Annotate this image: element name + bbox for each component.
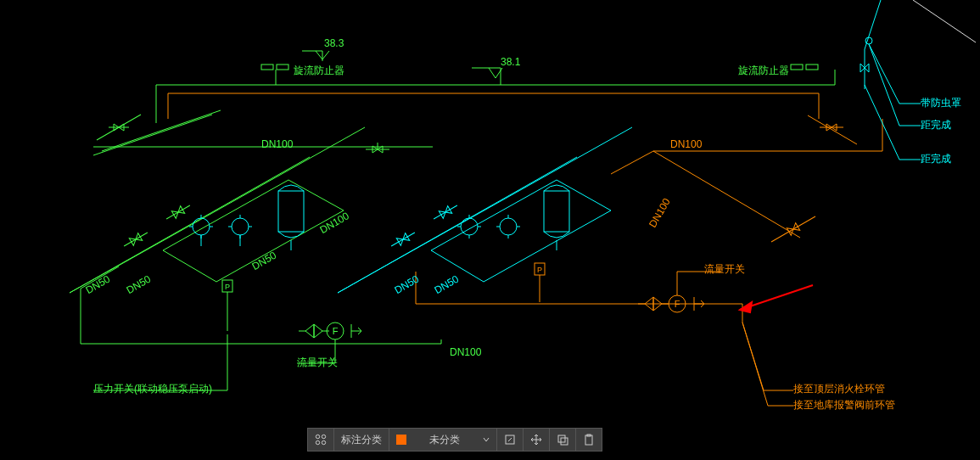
svg-text:P: P xyxy=(225,283,230,291)
toolbar-category-dropdown[interactable]: 未分类 xyxy=(389,429,497,451)
backflow-label-right: 旋流防止器 xyxy=(738,65,789,76)
svg-line-104 xyxy=(913,0,976,42)
dropdown-value: 未分类 xyxy=(429,433,460,447)
svg-rect-63 xyxy=(278,191,304,232)
flow-switch-label-2: 流量开关 xyxy=(704,263,745,275)
edit-icon xyxy=(504,434,516,446)
toolbar-edit-button[interactable] xyxy=(497,429,524,451)
svg-line-98 xyxy=(869,44,899,104)
annotation-toolbar: 标注分类 未分类 xyxy=(307,428,602,452)
svg-rect-116 xyxy=(585,435,592,445)
svg-text:F: F xyxy=(675,299,680,309)
svg-text:P: P xyxy=(537,266,542,274)
grid-icon xyxy=(315,434,327,446)
svg-point-67 xyxy=(193,218,210,235)
svg-marker-16 xyxy=(314,324,322,338)
svg-marker-91 xyxy=(439,206,451,219)
toolbar-copy-button[interactable] xyxy=(550,429,576,451)
svg-rect-65 xyxy=(544,191,569,232)
svg-rect-3 xyxy=(261,65,273,70)
svg-line-32 xyxy=(97,115,141,140)
svg-rect-5 xyxy=(791,65,803,70)
svg-marker-13 xyxy=(129,233,142,246)
dn100-bottom: DN100 xyxy=(450,346,481,358)
svg-rect-6 xyxy=(806,65,818,70)
dn100-a: DN100 xyxy=(261,138,293,150)
svg-marker-89 xyxy=(431,180,611,282)
svg-text:F: F xyxy=(333,326,339,336)
flow-switch-label-1: 流量开关 xyxy=(297,356,338,368)
insect-cover-label: 带防虫罩 xyxy=(921,97,961,109)
callout-top-hydrant: 接至顶层消火栓环管 xyxy=(793,383,885,395)
pressure-switch-label: 压力开关(联动稳压泵启动) xyxy=(93,383,212,395)
svg-line-94 xyxy=(865,0,881,49)
category-swatch xyxy=(396,435,406,445)
svg-rect-4 xyxy=(277,65,288,70)
cad-viewport[interactable]: F P xyxy=(0,0,980,460)
elevation-label-left: 38.3 xyxy=(324,37,344,49)
svg-marker-93 xyxy=(396,233,409,246)
svg-marker-15 xyxy=(305,324,314,338)
toolbar-apps-button[interactable] xyxy=(308,429,334,451)
svg-point-68 xyxy=(232,218,249,235)
svg-point-107 xyxy=(316,435,319,438)
elevation-label-right: 38.1 xyxy=(501,56,520,68)
svg-point-80 xyxy=(500,218,517,235)
svg-rect-114 xyxy=(558,435,565,442)
svg-line-55 xyxy=(742,323,768,406)
toolbar-move-button[interactable] xyxy=(524,429,550,451)
category-label-text: 标注分类 xyxy=(341,433,382,447)
dist-a-label: 距完成 xyxy=(921,119,951,131)
backflow-label-left: 旋流防止器 xyxy=(294,65,344,76)
svg-point-108 xyxy=(322,435,325,438)
svg-line-102 xyxy=(869,44,899,126)
svg-rect-115 xyxy=(561,438,568,445)
svg-point-109 xyxy=(316,440,319,444)
copy-icon xyxy=(557,434,568,446)
svg-point-96 xyxy=(865,37,872,44)
callout-basement-alarm: 接至地库报警阀前环管 xyxy=(793,399,895,411)
toolbar-category-label: 标注分类 xyxy=(334,429,389,451)
dist-b-label: 距完成 xyxy=(921,153,951,165)
move-icon xyxy=(530,434,542,446)
svg-marker-11 xyxy=(171,206,184,219)
paste-icon xyxy=(583,434,595,446)
svg-point-110 xyxy=(322,440,325,444)
dn100-b-orange: DN100 xyxy=(670,138,702,150)
chevron-down-icon xyxy=(483,436,490,443)
toolbar-paste-button[interactable] xyxy=(576,429,602,451)
